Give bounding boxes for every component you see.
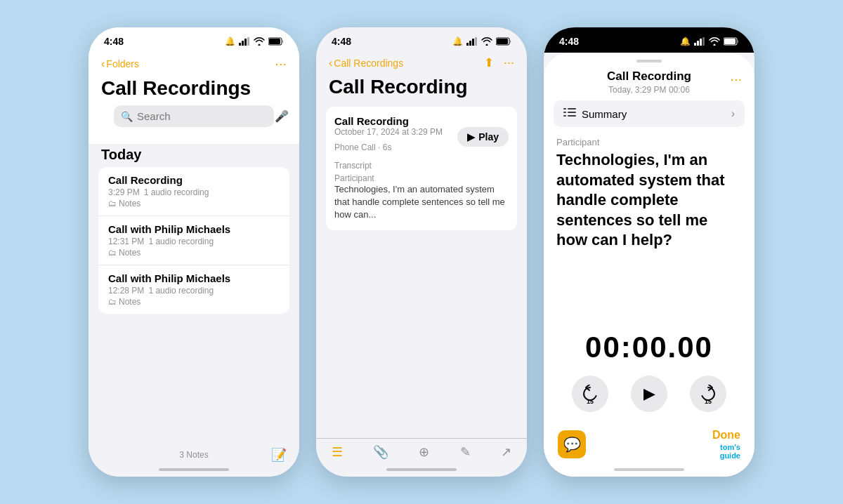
battery-icon (268, 37, 284, 46)
back-button-2[interactable]: ‹ Call Recordings (329, 57, 403, 69)
search-bar[interactable]: 🔍 🎤 (114, 105, 274, 127)
transcript-label: Transcript (334, 161, 509, 171)
phone-1: 4:48 🔔 ‹ Fold (89, 27, 299, 477)
phone3-footer: 💬 Done tom's guide (544, 423, 754, 463)
svg-rect-6 (466, 43, 469, 46)
folder-icon-2: 🗂 (108, 297, 117, 307)
list-item-2[interactable]: Call with Philip Michaels 12:28 PM 1 aud… (98, 265, 289, 314)
toolbar-2: ☰ 📎 ⊕ ✎ ↗ (316, 438, 527, 463)
folder-icon-1: 🗂 (108, 248, 117, 258)
share-icon[interactable]: ⬆ (484, 55, 494, 70)
summary-label: Summary (582, 108, 627, 120)
attachment-icon[interactable]: 📎 (373, 444, 388, 460)
item-title-1: Call with Philip Michaels (108, 223, 280, 235)
feedback-icon: 💬 (563, 436, 581, 453)
battery-icon-3 (724, 37, 739, 46)
nav-bar-2: ‹ Call Recordings ⬆ ··· (316, 53, 527, 73)
play-pause-button[interactable]: ▶ (631, 376, 667, 412)
phone3-title: Call Recording (556, 69, 742, 84)
wifi-icon (254, 37, 265, 46)
wifi-icon-2 (481, 37, 492, 46)
card-meta: Phone Call · 6s (334, 142, 443, 152)
participant-text: Technologies, I'm an automated system th… (556, 150, 742, 251)
item-folder-2: 🗂 Notes (108, 297, 280, 307)
search-icon: 🔍 (121, 111, 133, 122)
phone-3: 4:48 🔔 Call Recordi (544, 27, 754, 477)
phone3-subtitle: Today, 3:29 PM 00:06 (556, 85, 742, 95)
play-icon: ▶ (467, 131, 475, 142)
notes-count: 3 Notes (179, 450, 208, 460)
search-input[interactable] (137, 110, 270, 122)
participant-section: Participant Technologies, I'm an automat… (544, 137, 754, 258)
rewind-button[interactable]: 15 (572, 376, 608, 412)
wifi-icon-3 (709, 37, 720, 46)
nav-icons-2: ⬆ ··· (484, 55, 514, 70)
status-bar-1: 4:48 🔔 (89, 27, 299, 53)
item-title-0: Call Recording (108, 174, 280, 186)
summary-list-icon (563, 107, 576, 120)
more-button-1[interactable]: ··· (275, 55, 287, 72)
list-item-0[interactable]: Call Recording 3:29 PM 1 audio recording… (98, 167, 289, 216)
status-time-2: 4:48 (332, 36, 351, 47)
spacer-2 (316, 240, 527, 438)
bell-icon-3: 🔔 (680, 37, 691, 46)
location-icon[interactable]: ⊕ (419, 444, 429, 460)
rewind-icon: 15 (581, 385, 599, 403)
edit-icon[interactable]: ✎ (460, 444, 471, 460)
summary-row[interactable]: Summary › (554, 100, 745, 127)
transcript-text: Technologies, I'm an automated system th… (334, 183, 509, 222)
svg-rect-9 (475, 37, 477, 46)
svg-rect-0 (239, 43, 241, 46)
participant-tag: Participant (556, 137, 742, 147)
svg-rect-8 (472, 39, 474, 46)
item-folder-0: 🗂 Notes (108, 199, 280, 208)
status-bar-3: 4:48 🔔 (544, 27, 754, 53)
svg-rect-18 (563, 108, 566, 110)
toms-guide-line2: guide (720, 451, 740, 460)
item-title-2: Call with Philip Michaels (108, 272, 280, 284)
more-button-3[interactable]: ··· (730, 71, 742, 87)
svg-rect-13 (697, 41, 699, 46)
item-meta-0: 3:29 PM 1 audio recording (108, 187, 280, 197)
recordings-list: Call Recording 3:29 PM 1 audio recording… (98, 167, 289, 314)
more-icon-2[interactable]: ··· (504, 55, 514, 70)
battery-icon-2 (496, 37, 511, 46)
item-meta-2: 12:28 PM 1 audio recording (108, 286, 280, 296)
svg-rect-17 (724, 39, 736, 44)
phone3-header: Call Recording Today, 3:29 PM 00:06 ··· (544, 62, 754, 100)
bell-icon: 🔔 (225, 37, 235, 46)
forward-button[interactable]: 15 (690, 376, 726, 412)
play-pause-icon: ▶ (643, 385, 655, 403)
share-toolbar-icon[interactable]: ↗ (501, 444, 511, 460)
status-time-1: 4:48 (104, 36, 124, 47)
feedback-button[interactable]: 💬 (558, 430, 586, 458)
svg-rect-12 (694, 43, 696, 46)
svg-rect-21 (568, 112, 576, 113)
list-icon[interactable]: ☰ (332, 444, 343, 460)
svg-rect-5 (269, 39, 280, 44)
list-item-1[interactable]: Call with Philip Michaels 12:31 PM 1 aud… (98, 216, 289, 265)
participant-label-2: Participant (334, 173, 509, 183)
mic-icon[interactable]: 🎤 (275, 110, 289, 123)
status-bar-2: 4:48 🔔 (316, 27, 527, 53)
svg-rect-7 (469, 41, 471, 46)
page-title-2: Call Recording (316, 73, 527, 107)
done-button[interactable]: Done (712, 429, 740, 442)
svg-rect-22 (563, 115, 566, 117)
svg-rect-19 (568, 108, 576, 110)
card-date: October 17, 2024 at 3:29 PM (334, 127, 443, 137)
back-button-1[interactable]: ‹ Folders (101, 58, 139, 70)
svg-rect-15 (702, 37, 705, 46)
timer-display: 00:00.00 (544, 317, 754, 376)
svg-rect-11 (497, 39, 508, 44)
summary-chevron: › (731, 107, 735, 120)
folder-icon-0: 🗂 (108, 199, 117, 208)
phone3-sheet: Call Recording Today, 3:29 PM 00:06 ··· (544, 53, 754, 477)
status-icons-2: 🔔 (452, 37, 511, 46)
phone-2: 4:48 🔔 ‹ Call (316, 27, 527, 477)
compose-button[interactable]: 📝 (271, 447, 287, 463)
toms-guide-line1: tom's (720, 443, 740, 451)
svg-rect-2 (244, 39, 247, 46)
play-button[interactable]: ▶ Play (457, 127, 509, 147)
signal-icon-2 (466, 37, 478, 46)
